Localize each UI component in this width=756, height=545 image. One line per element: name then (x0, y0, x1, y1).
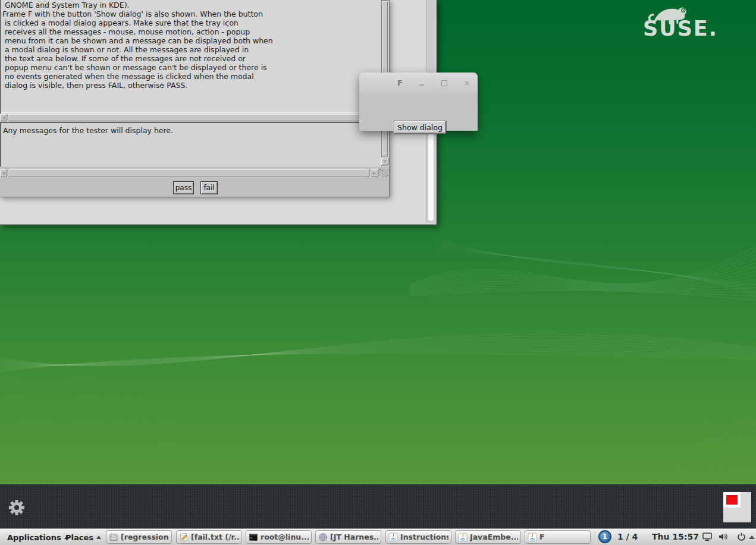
svg-text:>_: >_ (250, 536, 255, 540)
task-button-jt-harness[interactable]: [JT Harnes... (315, 530, 381, 544)
task-button-instructions[interactable]: Instructions (385, 530, 451, 544)
message-horizontal-scrollbar-thumb[interactable] (8, 169, 369, 177)
instructions-textarea[interactable]: GNOME and System Tray in KDE). Frame F w… (0, 0, 381, 114)
task-button-regression[interactable]: [regression] (106, 530, 172, 544)
frame-f-titlebar[interactable]: F × (359, 73, 478, 94)
test-harness-window: GNOME and System Tray in KDE). Frame F w… (0, 0, 390, 197)
gear-icon[interactable] (7, 498, 26, 517)
instructions-text: GNOME and System Tray in KDE). Frame F w… (2, 1, 377, 90)
window-title: F (397, 78, 403, 87)
frame-f-body: Show dialog (359, 94, 478, 131)
system-tray-area (723, 492, 751, 522)
pass-button[interactable]: pass (173, 181, 194, 194)
taskbar-separator (595, 531, 595, 544)
task-label: [JT Harnes... (330, 533, 378, 541)
power-icon[interactable] (736, 528, 746, 545)
task-button-terminal[interactable]: >_ root@linu... (246, 530, 312, 544)
resize-grip[interactable] (381, 169, 388, 177)
display-icon[interactable] (702, 528, 713, 545)
frame-f-window: F × Show dialog (359, 73, 478, 131)
archive-icon (109, 533, 118, 542)
terminal-icon: >_ (249, 533, 258, 542)
text-editor-icon (179, 533, 189, 542)
suse-logo: SUSE. (630, 1, 725, 43)
maximize-icon[interactable] (440, 79, 448, 87)
message-vertical-scrollbar-thumb[interactable] (382, 130, 388, 156)
task-button-frame-f[interactable]: F (525, 530, 591, 544)
task-button-javaembe[interactable]: JavaEmbe... (455, 530, 521, 544)
taskbar-expand-triangle-icon[interactable] (749, 535, 755, 539)
instructions-horizontal-scrollbar-thumb[interactable] (8, 114, 369, 121)
suse-wordmark: SUSE. (643, 17, 718, 40)
task-label: root@linu... (261, 533, 309, 541)
tray-red-square-icon[interactable] (726, 495, 738, 505)
task-label: Instructions (400, 533, 448, 541)
bottom-dark-panel (0, 484, 756, 529)
places-menu-label: Places (65, 533, 93, 542)
task-label: [regression] (121, 533, 169, 541)
task-button-failtxt[interactable]: [fail.txt (/r... (176, 530, 242, 544)
tester-message-textarea[interactable]: Any messages for the tester will display… (0, 122, 381, 166)
task-label: F (539, 533, 545, 541)
volume-icon[interactable] (718, 528, 729, 545)
java-icon (458, 533, 468, 542)
task-label: [fail.txt (/r... (191, 533, 239, 541)
taskbar: Applications Places [regression] [fail.t… (0, 528, 756, 545)
places-menu[interactable]: Places (63, 529, 103, 545)
scroll-left-arrow-icon[interactable]: ◃ (0, 169, 7, 177)
background-window-scrollbar-thumb[interactable] (428, 132, 434, 222)
menu-up-triangle-icon (96, 535, 101, 539)
scroll-down-arrow-icon[interactable]: ▿ (381, 157, 388, 165)
jt-harness-icon (318, 533, 328, 542)
workspace-pager[interactable]: 1 / 4 (617, 528, 638, 545)
applications-menu[interactable]: Applications (5, 529, 71, 545)
java-icon (388, 533, 398, 542)
task-label: JavaEmbe... (470, 533, 518, 541)
workspace-indicator[interactable]: 1 (598, 530, 611, 543)
scroll-right-arrow-icon[interactable]: ▹ (371, 169, 378, 177)
clock[interactable]: Thu 15:57 (652, 528, 699, 545)
fail-button[interactable]: fail (200, 181, 218, 194)
close-icon[interactable]: × (463, 79, 471, 87)
tester-message-text: Any messages for the tester will display… (3, 126, 372, 135)
show-dialog-button[interactable]: Show dialog (394, 121, 446, 134)
applications-menu-label: Applications (7, 533, 61, 542)
tray-icon-background (723, 492, 741, 508)
minimize-icon[interactable] (418, 79, 426, 87)
java-icon (528, 533, 537, 542)
scroll-left-arrow-icon[interactable]: ◃ (0, 114, 7, 121)
